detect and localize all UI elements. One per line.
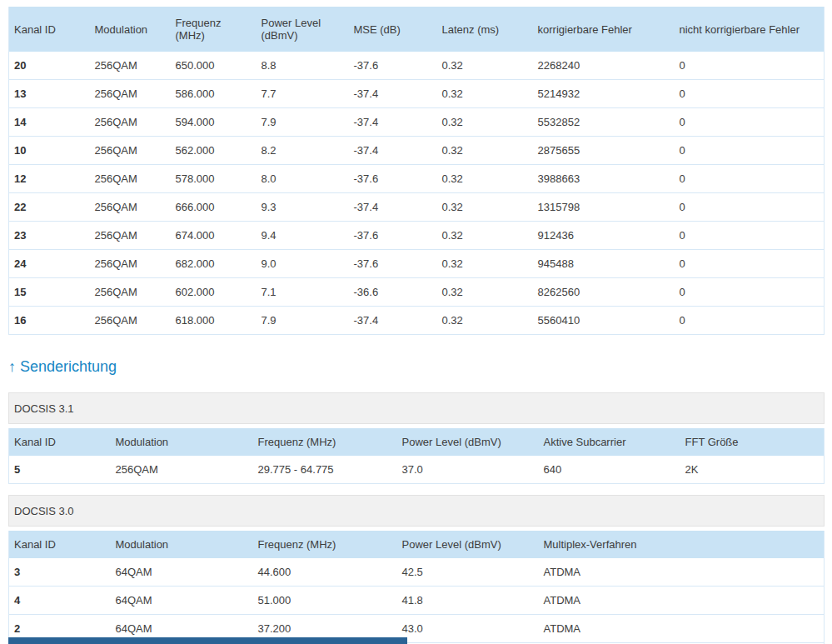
table-cell: 0.32 xyxy=(437,137,533,165)
table-cell: 594.000 xyxy=(171,108,257,137)
table-cell: -37.6 xyxy=(349,250,437,278)
table-cell: -37.6 xyxy=(349,165,437,193)
table-cell: 29.775 - 64.775 xyxy=(253,456,397,484)
column-header: Kanal ID xyxy=(9,7,90,52)
table-cell: 256QAM xyxy=(90,193,171,222)
table-cell: 0 xyxy=(675,108,825,137)
column-header: Power Level (dBmV) xyxy=(397,428,539,456)
table-cell: 0 xyxy=(675,222,825,250)
table-row: 10256QAM562.0008.2-37.40.3228756550 xyxy=(9,137,825,165)
table-cell: 8.8 xyxy=(257,52,349,80)
table-cell: 0 xyxy=(675,165,825,193)
table-cell: -37.6 xyxy=(349,52,437,80)
table-cell: 0.32 xyxy=(437,222,533,250)
table-row: 20256QAM650.0008.8-37.60.3222682400 xyxy=(9,52,825,80)
table-cell: -37.4 xyxy=(349,307,437,335)
column-header: Modulation xyxy=(90,7,171,52)
table-cell: 7.1 xyxy=(257,278,349,307)
column-header: Aktive Subcarrier xyxy=(539,428,680,456)
table-row: 14256QAM594.0007.9-37.40.3255328520 xyxy=(9,108,825,137)
column-header: Power Level (dBmV) xyxy=(257,7,349,52)
table-cell: 5 xyxy=(9,456,111,484)
table-cell: 912436 xyxy=(533,222,675,250)
docsis31-table: Kanal IDModulationFrequenz (MHz)Power Le… xyxy=(8,428,825,484)
table-cell: 0.32 xyxy=(437,193,533,222)
table-cell: 586.000 xyxy=(171,80,257,108)
table-cell: 9.3 xyxy=(257,193,349,222)
table-header-row: Kanal IDModulationFrequenz (MHz)Power Le… xyxy=(9,7,825,52)
table-cell: 13 xyxy=(9,80,90,108)
table-cell: 0 xyxy=(675,193,825,222)
table-row: 24256QAM682.0009.0-37.60.329454880 xyxy=(9,250,825,278)
table-row: 12256QAM578.0008.0-37.60.3239886630 xyxy=(9,165,825,193)
table-cell: 650.000 xyxy=(171,52,257,80)
table-cell: 8262560 xyxy=(533,278,675,307)
table-row: 15256QAM602.0007.1-36.60.3282625600 xyxy=(9,278,825,307)
table-cell: 51.000 xyxy=(253,587,397,615)
table-cell: 16 xyxy=(9,307,90,335)
table-cell: 0.32 xyxy=(437,80,533,108)
table-cell: 256QAM xyxy=(90,278,171,307)
table-cell: 256QAM xyxy=(111,456,253,484)
table-cell: 2K xyxy=(680,456,825,484)
modem-status-page: Kanal IDModulationFrequenz (MHz)Power Le… xyxy=(0,0,832,644)
table-cell: 640 xyxy=(539,456,680,484)
bottom-partial-bar xyxy=(8,637,407,644)
column-header: MSE (dB) xyxy=(349,7,437,52)
docsis31-section-header: DOCSIS 3.1 xyxy=(8,392,825,424)
table-cell: 23 xyxy=(9,222,90,250)
table-cell: 12 xyxy=(9,165,90,193)
table-cell: 15 xyxy=(9,278,90,307)
table-cell: -36.6 xyxy=(349,278,437,307)
table-cell: 256QAM xyxy=(90,52,171,80)
table-cell: 618.000 xyxy=(171,307,257,335)
table-cell: 5214932 xyxy=(533,80,675,108)
column-header: Frequenz (MHz) xyxy=(253,531,397,558)
table-cell: 43.0 xyxy=(397,615,539,643)
table-cell: 674.000 xyxy=(171,222,257,250)
column-header: Power Level (dBmV) xyxy=(397,531,539,558)
table-header-row: Kanal IDModulationFrequenz (MHz)Power Le… xyxy=(9,531,825,558)
table-cell: 24 xyxy=(9,250,90,278)
table-cell: 2875655 xyxy=(533,137,675,165)
table-row: 5256QAM29.775 - 64.77537.06402K xyxy=(9,456,825,484)
table-cell: 0 xyxy=(675,278,825,307)
table-cell: 8.2 xyxy=(257,137,349,165)
table-cell: ATDMA xyxy=(539,587,825,615)
table-cell: 5532852 xyxy=(533,108,675,137)
table-cell: 256QAM xyxy=(90,80,171,108)
column-header: Frequenz (MHz) xyxy=(171,7,257,52)
column-header: Kanal ID xyxy=(9,531,111,558)
table-row: 23256QAM674.0009.4-37.60.329124360 xyxy=(9,222,825,250)
table-cell: 0.32 xyxy=(437,250,533,278)
docsis31-table-head: Kanal IDModulationFrequenz (MHz)Power Le… xyxy=(9,428,825,456)
table-cell: 256QAM xyxy=(90,307,171,335)
table-cell: -37.4 xyxy=(349,108,437,137)
table-cell: 0.32 xyxy=(437,278,533,307)
table-cell: 4 xyxy=(9,587,111,615)
table-cell: 0 xyxy=(675,307,825,335)
table-cell: 3988663 xyxy=(533,165,675,193)
table-row: 16256QAM618.0007.9-37.40.3255604100 xyxy=(9,307,825,335)
column-header: Latenz (ms) xyxy=(437,7,533,52)
table-cell: 0 xyxy=(675,52,825,80)
table-cell: 256QAM xyxy=(90,137,171,165)
table-cell: 9.4 xyxy=(257,222,349,250)
downstream-table-body: 20256QAM650.0008.8-37.60.322268240013256… xyxy=(9,52,825,335)
table-cell: 20 xyxy=(9,52,90,80)
table-cell: 256QAM xyxy=(90,165,171,193)
table-cell: 256QAM xyxy=(90,108,171,137)
table-cell: 41.8 xyxy=(397,587,539,615)
table-cell: 1315798 xyxy=(533,193,675,222)
docsis30-table-body: 364QAM44.60042.5ATDMA464QAM51.00041.8ATD… xyxy=(9,558,825,644)
table-cell: 562.000 xyxy=(171,137,257,165)
table-cell: 666.000 xyxy=(171,193,257,222)
table-cell: 44.600 xyxy=(253,558,397,587)
table-cell: 14 xyxy=(9,108,90,137)
table-cell: 0 xyxy=(675,80,825,108)
downstream-table: Kanal IDModulationFrequenz (MHz)Power Le… xyxy=(8,7,825,335)
docsis31-section-label: DOCSIS 3.1 xyxy=(14,402,74,415)
table-cell: 2268240 xyxy=(533,52,675,80)
docsis31-section: DOCSIS 3.1 Kanal IDModulationFrequenz (M… xyxy=(8,392,825,484)
table-cell: 256QAM xyxy=(90,222,171,250)
